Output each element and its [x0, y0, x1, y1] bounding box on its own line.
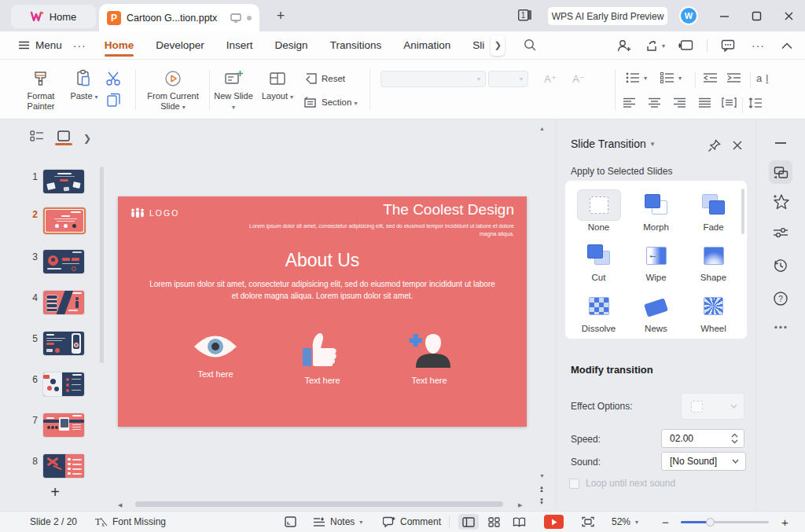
history-button[interactable] [773, 258, 788, 273]
outline-view-tab[interactable] [30, 130, 44, 145]
pane-title[interactable]: Slide Transition ▾ [571, 138, 654, 150]
transition-option-shape[interactable]: Shape [685, 237, 742, 288]
transition-pane-button[interactable] [769, 160, 792, 184]
close-pane-icon[interactable] [732, 140, 743, 151]
window-manager-icon[interactable]: 1 [517, 9, 533, 22]
decrease-indent-button[interactable] [703, 72, 718, 83]
pin-pane-icon[interactable] [708, 139, 721, 152]
reset-button[interactable]: Reset [303, 72, 345, 85]
slide-body-text[interactable]: Lorem ipsum dolor sit amet, consectetur … [149, 278, 495, 302]
speed-spinner[interactable]: 02.00 [661, 429, 744, 448]
next-slide-button[interactable]: ▼▼ [539, 498, 544, 504]
slide-thumbnail-7[interactable]: 7 [27, 413, 84, 437]
font-missing-status[interactable]: T x Font Missing [94, 512, 166, 532]
share-with-people-icon[interactable] [617, 39, 632, 53]
slide-thumbnails-tab[interactable] [57, 130, 71, 145]
transition-option-dissolve[interactable]: Dissolve [570, 288, 627, 339]
font-size-combobox[interactable]: ▾ [488, 71, 528, 87]
slide-heading[interactable]: About Us [118, 250, 527, 271]
slide-item-add-person[interactable]: Text here [403, 332, 455, 385]
slide-logo[interactable]: LOGO [130, 207, 179, 218]
transition-option-cut[interactable]: Cut [570, 237, 627, 288]
transition-option-morph[interactable]: Morph [627, 187, 685, 237]
slide-thumbnail-2-selected[interactable]: 2 [27, 207, 86, 234]
collapse-panel-chevron[interactable]: ❯ [83, 133, 91, 144]
reading-view-button[interactable] [509, 514, 529, 530]
add-to-slideshow-icon[interactable] [678, 39, 693, 52]
normal-view-button[interactable] [458, 514, 479, 530]
minimize-button[interactable] [717, 9, 731, 23]
previous-slide-button[interactable]: ▲▲ [539, 486, 544, 492]
text-direction-button[interactable]: al [756, 72, 768, 84]
slide-subtitle[interactable]: Lorem ipsum dolor sit amet, consectetur … [239, 222, 514, 238]
maximize-button[interactable] [749, 9, 763, 23]
slide-thumbnail-8[interactable]: 8 [27, 454, 84, 478]
slide-item-eye[interactable]: Text here [189, 332, 241, 385]
comment-button[interactable]: Comment [383, 512, 441, 532]
transition-gallery-scrollbar[interactable] [741, 189, 744, 234]
distribute-text-button[interactable] [722, 97, 737, 108]
notes-button[interactable]: Notes ▾ [313, 512, 362, 532]
loop-until-next-sound-checkbox[interactable]: Loop until next sound [569, 478, 675, 489]
transition-option-news[interactable]: News [627, 288, 685, 339]
increase-font-button[interactable]: A⁺ [541, 69, 560, 88]
slide-thumbnail-4[interactable]: 4 [27, 291, 84, 314]
slide-item-thumb-up[interactable]: Text here [296, 332, 348, 385]
justify-button[interactable] [698, 97, 711, 108]
from-current-slide-button[interactable]: From Current Slide ▾ [140, 69, 206, 112]
line-spacing-button[interactable] [748, 97, 763, 108]
scroll-up-arrow[interactable]: ▲ [539, 126, 545, 131]
tab-insert[interactable]: Insert [219, 34, 260, 57]
tab-slideshow-truncated[interactable]: Sli [465, 34, 486, 57]
zoom-level[interactable]: 52% ▾ [612, 512, 638, 532]
format-painter-button[interactable]: Format Painter [17, 69, 64, 112]
effect-options-dropdown[interactable] [681, 393, 744, 420]
slide-panel-scrollbar[interactable] [100, 167, 104, 363]
add-slide-button[interactable]: + [44, 482, 66, 501]
new-tab-button[interactable]: + [272, 7, 289, 24]
zoom-slider-handle[interactable] [706, 518, 715, 526]
slide-title[interactable]: The Coolest Design [383, 201, 514, 218]
transition-option-none[interactable]: None [570, 187, 627, 237]
transition-option-wipe[interactable]: ← Wipe [627, 237, 685, 288]
zoom-out-button[interactable]: − [662, 512, 669, 532]
share-button[interactable]: ▾ [645, 39, 665, 52]
animation-pane-button[interactable] [772, 193, 789, 210]
sound-dropdown[interactable]: [No Sound] [661, 452, 746, 471]
zoom-slider[interactable] [681, 512, 769, 532]
paste-button[interactable]: Paste ▾ [66, 69, 102, 101]
section-button[interactable]: Section ▾ [303, 96, 358, 108]
scroll-left-arrow[interactable]: ◀ [118, 502, 122, 508]
tab-animation[interactable]: Animation [396, 34, 458, 57]
fit-slide-button[interactable] [582, 512, 594, 532]
home-tab[interactable]: Home [11, 5, 96, 28]
account-avatar[interactable]: W [679, 6, 698, 25]
scroll-down-arrow[interactable]: ▼ [539, 473, 545, 479]
horizontal-scrollbar[interactable] [135, 501, 503, 507]
new-slide-button[interactable]: New Slide ▾ [214, 69, 253, 112]
speed-spin-arrows[interactable] [731, 433, 738, 444]
close-button[interactable] [781, 9, 796, 23]
more-tools-button[interactable]: ··· [752, 39, 765, 52]
numbered-list-button[interactable]: ▾ [660, 72, 682, 83]
tab-design[interactable]: Design [268, 34, 315, 57]
menu-overflow-chevron[interactable]: ❯ [491, 35, 505, 56]
zoom-in-button[interactable]: + [781, 512, 788, 532]
main-menu-button[interactable]: Menu [19, 39, 62, 51]
task-pane-toggle[interactable] [285, 512, 296, 532]
decrease-font-button[interactable]: A⁻ [569, 69, 588, 88]
align-right-button[interactable] [673, 97, 686, 108]
more-panes-button[interactable] [774, 325, 788, 329]
monitor-icon[interactable] [230, 13, 241, 23]
collapse-ribbon-icon[interactable] [781, 42, 792, 50]
menu-more-button[interactable]: ··· [73, 39, 86, 52]
font-name-combobox[interactable]: ▾ [380, 71, 486, 87]
comment-bubble-icon[interactable] [721, 39, 735, 52]
scroll-right-arrow[interactable]: ▶ [518, 502, 522, 508]
increase-indent-button[interactable] [726, 72, 741, 83]
wps-ai-preview-button[interactable]: WPS AI Early Bird Preview [548, 7, 667, 25]
tab-transitions[interactable]: Transitions [323, 34, 389, 57]
bullet-list-button[interactable]: ▾ [626, 72, 647, 83]
align-center-button[interactable] [648, 97, 661, 108]
slide-thumbnail-1[interactable]: 1 [27, 170, 84, 193]
